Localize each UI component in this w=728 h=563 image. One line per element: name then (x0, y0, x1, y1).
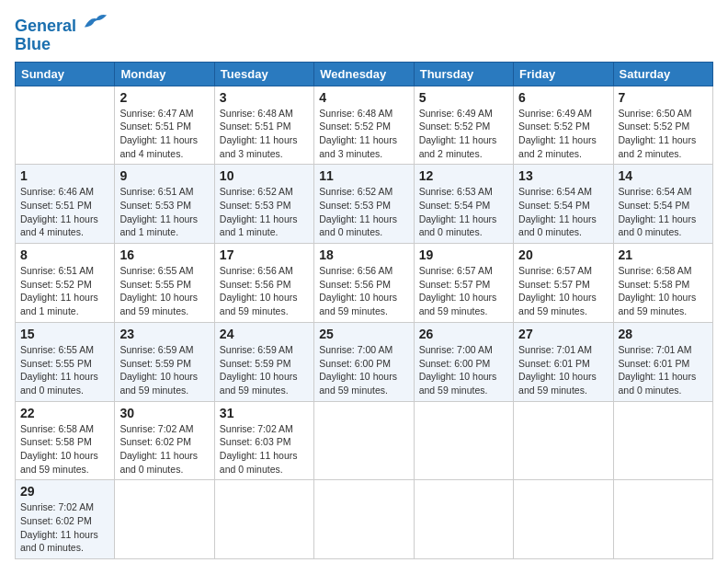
calendar-table: SundayMondayTuesdayWednesdayThursdayFrid… (15, 62, 713, 560)
calendar-cell: 26 Sunrise: 7:00 AM Sunset: 6:00 PM Dayl… (414, 322, 513, 401)
day-number: 13 (518, 168, 608, 183)
calendar-week-row: 15 Sunrise: 6:55 AM Sunset: 5:55 PM Dayl… (16, 322, 713, 401)
day-number: 5 (419, 90, 508, 105)
calendar-week-row: 29 Sunrise: 7:02 AM Sunset: 6:02 PM Dayl… (16, 480, 713, 559)
day-number: 17 (220, 247, 309, 262)
day-number: 11 (319, 168, 408, 183)
calendar-cell: 29 Sunrise: 7:02 AM Sunset: 6:02 PM Dayl… (16, 480, 115, 559)
day-info: Sunrise: 6:56 AM Sunset: 5:56 PM Dayligh… (220, 264, 309, 318)
day-number: 18 (319, 247, 408, 262)
calendar-cell: 6 Sunrise: 6:49 AM Sunset: 5:52 PM Dayli… (514, 86, 613, 165)
day-number: 2 (119, 90, 209, 105)
calendar-cell (214, 480, 313, 559)
day-number: 6 (518, 90, 608, 105)
calendar-week-row: 22 Sunrise: 6:58 AM Sunset: 5:58 PM Dayl… (16, 401, 713, 480)
day-info: Sunrise: 6:52 AM Sunset: 5:53 PM Dayligh… (319, 185, 408, 239)
day-info: Sunrise: 6:49 AM Sunset: 5:52 PM Dayligh… (419, 107, 508, 161)
calendar-cell (115, 480, 214, 559)
day-number: 30 (119, 406, 209, 420)
calendar-cell: 19 Sunrise: 6:57 AM Sunset: 5:57 PM Dayl… (414, 244, 513, 323)
calendar-cell: 20 Sunrise: 6:57 AM Sunset: 5:57 PM Dayl… (514, 244, 613, 323)
day-number: 22 (20, 406, 109, 420)
calendar-cell (414, 401, 513, 480)
calendar-cell: 28 Sunrise: 7:01 AM Sunset: 6:01 PM Dayl… (613, 322, 712, 401)
calendar-cell: 2 Sunrise: 6:47 AM Sunset: 5:51 PM Dayli… (115, 86, 214, 165)
day-info: Sunrise: 7:01 AM Sunset: 6:01 PM Dayligh… (518, 343, 608, 397)
day-info: Sunrise: 6:47 AM Sunset: 5:51 PM Dayligh… (119, 107, 209, 161)
calendar-cell (414, 480, 513, 559)
calendar-week-row: 1 Sunrise: 6:46 AM Sunset: 5:51 PM Dayli… (16, 165, 713, 244)
day-info: Sunrise: 6:55 AM Sunset: 5:55 PM Dayligh… (119, 264, 209, 318)
calendar-cell (314, 480, 414, 559)
calendar-cell: 14 Sunrise: 6:54 AM Sunset: 5:54 PM Dayl… (613, 165, 712, 244)
day-info: Sunrise: 6:46 AM Sunset: 5:51 PM Dayligh… (20, 185, 109, 239)
calendar-cell: 11 Sunrise: 6:52 AM Sunset: 5:53 PM Dayl… (314, 165, 414, 244)
day-info: Sunrise: 7:00 AM Sunset: 6:00 PM Dayligh… (319, 343, 408, 397)
day-number: 3 (220, 90, 309, 105)
day-number: 9 (119, 168, 209, 183)
calendar-cell (514, 401, 613, 480)
calendar-cell: 18 Sunrise: 6:56 AM Sunset: 5:56 PM Dayl… (314, 244, 414, 323)
day-info: Sunrise: 6:59 AM Sunset: 5:59 PM Dayligh… (220, 343, 309, 397)
calendar-cell: 4 Sunrise: 6:48 AM Sunset: 5:52 PM Dayli… (314, 86, 414, 165)
day-info: Sunrise: 6:59 AM Sunset: 5:59 PM Dayligh… (119, 343, 209, 397)
day-number: 25 (319, 327, 408, 341)
logo: General Blue (15, 15, 108, 54)
day-info: Sunrise: 6:51 AM Sunset: 5:52 PM Dayligh… (20, 264, 109, 318)
day-number: 7 (619, 90, 708, 105)
day-number: 4 (319, 90, 408, 105)
calendar-cell: 3 Sunrise: 6:48 AM Sunset: 5:51 PM Dayli… (214, 86, 313, 165)
day-number: 1 (20, 168, 109, 183)
calendar-week-row: 2 Sunrise: 6:47 AM Sunset: 5:51 PM Dayli… (16, 86, 713, 165)
calendar-cell (314, 401, 414, 480)
day-info: Sunrise: 6:52 AM Sunset: 5:53 PM Dayligh… (220, 185, 309, 239)
day-header-saturday: Saturday (613, 62, 712, 86)
day-info: Sunrise: 7:00 AM Sunset: 6:00 PM Dayligh… (419, 343, 508, 397)
logo-text: General Blue (15, 15, 108, 54)
day-number: 24 (220, 327, 309, 341)
calendar-cell: 23 Sunrise: 6:59 AM Sunset: 5:59 PM Dayl… (115, 322, 214, 401)
day-info: Sunrise: 6:57 AM Sunset: 5:57 PM Dayligh… (419, 264, 508, 318)
day-info: Sunrise: 6:56 AM Sunset: 5:56 PM Dayligh… (319, 264, 408, 318)
day-info: Sunrise: 6:55 AM Sunset: 5:55 PM Dayligh… (20, 343, 109, 397)
calendar-cell: 12 Sunrise: 6:53 AM Sunset: 5:54 PM Dayl… (414, 165, 513, 244)
calendar-week-row: 8 Sunrise: 6:51 AM Sunset: 5:52 PM Dayli… (16, 244, 713, 323)
day-number: 31 (220, 406, 309, 420)
calendar-cell: 1 Sunrise: 6:46 AM Sunset: 5:51 PM Dayli… (16, 165, 115, 244)
calendar-cell: 5 Sunrise: 6:49 AM Sunset: 5:52 PM Dayli… (414, 86, 513, 165)
calendar-cell (514, 480, 613, 559)
day-info: Sunrise: 6:53 AM Sunset: 5:54 PM Dayligh… (419, 185, 508, 239)
calendar-cell: 25 Sunrise: 7:00 AM Sunset: 6:00 PM Dayl… (314, 322, 414, 401)
calendar-cell: 7 Sunrise: 6:50 AM Sunset: 5:52 PM Dayli… (613, 86, 712, 165)
day-info: Sunrise: 6:50 AM Sunset: 5:52 PM Dayligh… (619, 107, 708, 161)
calendar-cell: 9 Sunrise: 6:51 AM Sunset: 5:53 PM Dayli… (115, 165, 214, 244)
day-number: 12 (419, 168, 508, 183)
day-header-sunday: Sunday (16, 62, 115, 86)
day-number: 14 (619, 168, 708, 183)
calendar-cell: 22 Sunrise: 6:58 AM Sunset: 5:58 PM Dayl… (16, 401, 115, 480)
page-header: General Blue (15, 15, 713, 54)
day-number: 16 (119, 247, 209, 262)
day-info: Sunrise: 7:02 AM Sunset: 6:02 PM Dayligh… (119, 422, 209, 477)
calendar-cell: 17 Sunrise: 6:56 AM Sunset: 5:56 PM Dayl… (214, 244, 313, 323)
calendar-cell (16, 86, 115, 165)
calendar-cell: 15 Sunrise: 6:55 AM Sunset: 5:55 PM Dayl… (16, 322, 115, 401)
day-info: Sunrise: 7:02 AM Sunset: 6:02 PM Dayligh… (20, 500, 109, 555)
calendar-cell (613, 401, 712, 480)
calendar-cell: 16 Sunrise: 6:55 AM Sunset: 5:55 PM Dayl… (115, 244, 214, 323)
day-info: Sunrise: 6:48 AM Sunset: 5:51 PM Dayligh… (220, 107, 309, 161)
day-number: 29 (20, 484, 109, 499)
calendar-cell: 27 Sunrise: 7:01 AM Sunset: 6:01 PM Dayl… (514, 322, 613, 401)
day-header-wednesday: Wednesday (314, 62, 414, 86)
day-number: 10 (220, 168, 309, 183)
calendar-cell: 24 Sunrise: 6:59 AM Sunset: 5:59 PM Dayl… (214, 322, 313, 401)
day-info: Sunrise: 6:51 AM Sunset: 5:53 PM Dayligh… (119, 185, 209, 239)
day-number: 26 (419, 327, 508, 341)
calendar-cell: 21 Sunrise: 6:58 AM Sunset: 5:58 PM Dayl… (613, 244, 712, 323)
calendar-header-row: SundayMondayTuesdayWednesdayThursdayFrid… (16, 62, 713, 86)
day-number: 8 (20, 247, 109, 262)
day-header-tuesday: Tuesday (214, 62, 313, 86)
calendar-cell: 31 Sunrise: 7:02 AM Sunset: 6:03 PM Dayl… (214, 401, 313, 480)
day-number: 15 (20, 327, 109, 341)
day-info: Sunrise: 6:58 AM Sunset: 5:58 PM Dayligh… (20, 422, 109, 477)
